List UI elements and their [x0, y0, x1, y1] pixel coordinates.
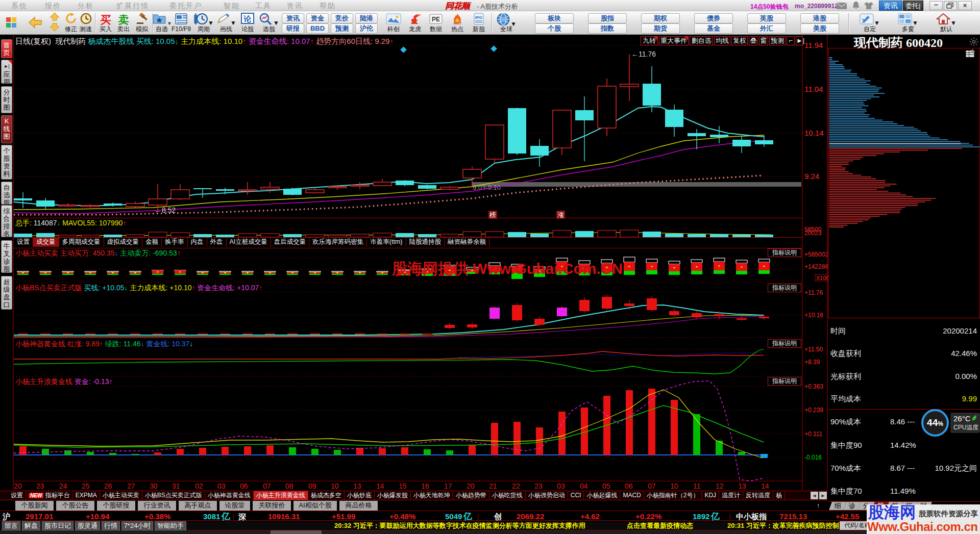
svg-text:+11.50: +11.50	[804, 346, 823, 353]
svg-text:06: 06	[240, 482, 248, 490]
svg-text:06: 06	[625, 482, 633, 490]
svg-text:HOT: HOT	[454, 21, 462, 25]
svg-text:07: 07	[263, 482, 271, 490]
svg-text:09: 09	[308, 482, 316, 490]
svg-text:15: 15	[399, 482, 407, 490]
svg-text:9.24: 9.24	[804, 172, 819, 181]
svg-text:05: 05	[602, 482, 610, 490]
svg-text:14: 14	[376, 482, 384, 490]
svg-text:04: 04	[580, 482, 588, 490]
svg-text:10: 10	[331, 482, 339, 490]
svg-text:10: 10	[670, 482, 678, 490]
svg-text:+0.239: +0.239	[804, 406, 823, 414]
svg-text:+11.76: +11.76	[804, 289, 823, 296]
svg-text:24: 24	[59, 482, 67, 490]
svg-text:IPO: IPO	[475, 15, 482, 20]
svg-text:21: 21	[489, 482, 497, 490]
svg-text:25: 25	[82, 482, 90, 490]
svg-text:10.14: 10.14	[804, 129, 824, 137]
svg-text:11: 11	[693, 482, 701, 490]
svg-text:20: 20	[467, 482, 475, 490]
svg-text:31: 31	[172, 482, 180, 490]
svg-text:14: 14	[761, 482, 769, 490]
svg-text:12: 12	[716, 482, 724, 490]
svg-text:13: 13	[353, 482, 361, 490]
svg-text:13: 13	[738, 482, 746, 490]
svg-text:←11.76: ←11.76	[631, 50, 656, 58]
svg-text:+142286: +142286	[804, 263, 828, 270]
svg-text:X100: X100	[816, 275, 828, 281]
svg-text:30: 30	[150, 482, 158, 490]
svg-text:11.94: 11.94	[804, 41, 823, 49]
svg-text:榜: 榜	[489, 211, 496, 219]
svg-text:07: 07	[648, 482, 656, 490]
svg-text:+0.363: +0.363	[804, 383, 823, 390]
svg-text:PE: PE	[432, 16, 440, 23]
svg-text:+8.39: +8.39	[804, 359, 820, 366]
svg-text:03: 03	[557, 482, 565, 490]
svg-text:02: 02	[195, 482, 203, 490]
svg-text:涨: 涨	[557, 211, 564, 219]
svg-text:08: 08	[285, 482, 293, 490]
svg-text:20023: 20023	[804, 230, 822, 237]
svg-text:20: 20	[14, 482, 22, 490]
svg-text:+0.111: +0.111	[804, 430, 823, 438]
svg-text:16: 16	[421, 482, 429, 490]
svg-text:03: 03	[217, 482, 226, 490]
svg-text:-0.016: -0.016	[804, 454, 822, 461]
svg-text:+565002: +565002	[804, 251, 828, 258]
svg-text:26: 26	[104, 482, 112, 490]
svg-text:27: 27	[127, 482, 135, 490]
svg-text:23: 23	[534, 482, 543, 490]
svg-text:17: 17	[444, 482, 452, 490]
svg-text:23: 23	[36, 482, 44, 490]
svg-text:11.04: 11.04	[804, 85, 823, 93]
svg-text:22: 22	[512, 482, 520, 490]
svg-text:+10.16: +10.16	[804, 312, 823, 319]
svg-text:←8.52: ←8.52	[155, 206, 176, 214]
